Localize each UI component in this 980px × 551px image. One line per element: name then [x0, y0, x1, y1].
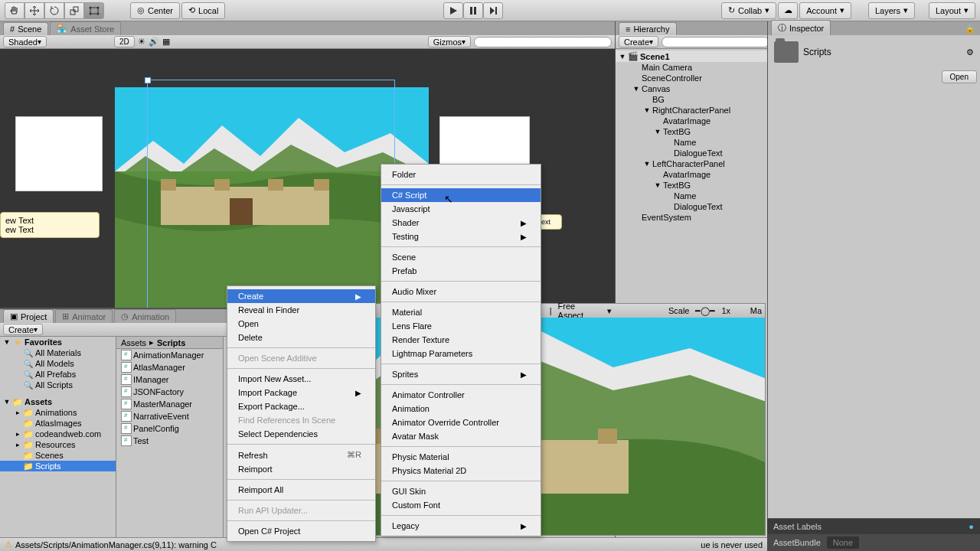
- menu-item[interactable]: Reveal in Finder: [227, 303, 375, 317]
- menu-item[interactable]: Open: [227, 317, 375, 331]
- hierarchy-item[interactable]: Main Camera: [616, 62, 767, 73]
- scene-root[interactable]: ▼🎬 Scene1: [616, 51, 767, 62]
- menu-item[interactable]: C# Script: [381, 188, 541, 202]
- hierarchy-search[interactable]: [662, 37, 769, 47]
- scene-search[interactable]: [474, 37, 612, 47]
- hierarchy-item[interactable]: ▼LeftCharacterPanel: [616, 158, 767, 169]
- menu-item[interactable]: Render Texture: [381, 333, 541, 347]
- breadcrumb-current[interactable]: Scripts: [157, 338, 185, 347]
- menu-item[interactable]: Physic Material: [381, 450, 541, 464]
- render-mode[interactable]: Shaded ▾: [3, 36, 47, 47]
- favorite-item[interactable]: 🔍All Models: [0, 358, 116, 369]
- pivot-center[interactable]: ◎ Center: [130, 2, 180, 19]
- menu-item[interactable]: Select Dependencies: [227, 427, 375, 441]
- asset-folder[interactable]: 📁Scenes: [0, 450, 116, 461]
- script-file[interactable]: AnimationManager: [116, 349, 223, 361]
- hierarchy-item[interactable]: Name: [616, 137, 767, 148]
- menu-item[interactable]: Animation: [381, 402, 541, 416]
- menu-item[interactable]: Delete: [227, 331, 375, 344]
- menu-item[interactable]: Legacy▶: [381, 519, 541, 533]
- selection-rect[interactable]: [147, 80, 395, 308]
- breadcrumb-root[interactable]: Assets: [121, 338, 146, 347]
- menu-item[interactable]: Audio Mixer: [381, 285, 541, 298]
- script-file[interactable]: IManager: [116, 373, 223, 386]
- hierarchy-item[interactable]: AvatarImage: [616, 116, 767, 126]
- light-icon[interactable]: ☀: [138, 37, 145, 47]
- menu-item[interactable]: Lens Flare: [381, 319, 541, 333]
- favorite-item[interactable]: 🔍All Scripts: [0, 380, 116, 390]
- hierarchy-item[interactable]: ▼TextBG: [616, 180, 767, 191]
- animation-tab[interactable]: ◷ Animation: [114, 309, 176, 323]
- audio-icon[interactable]: 🔊: [149, 37, 159, 47]
- scale-tool[interactable]: [64, 2, 84, 19]
- hierarchy-item[interactable]: Name: [616, 191, 767, 201]
- project-context-menu[interactable]: Create▶Reveal in FinderOpenDeleteOpen Sc…: [227, 285, 376, 542]
- hierarchy-item[interactable]: ▼TextBG: [616, 126, 767, 137]
- project-files[interactable]: Assets ▸ Scripts AnimationManager AtlasM…: [116, 337, 224, 537]
- script-file[interactable]: MasterManager: [116, 398, 223, 410]
- move-tool[interactable]: [24, 2, 44, 19]
- hierarchy-tab[interactable]: ≡ Hierarchy: [619, 22, 677, 35]
- create-submenu[interactable]: FolderC# ScriptJavascriptShader▶Testing▶…: [381, 164, 541, 536]
- menu-item[interactable]: Avatar Mask: [381, 429, 541, 443]
- menu-item[interactable]: Scene: [381, 250, 541, 264]
- menu-item[interactable]: Open C# Project: [227, 524, 375, 538]
- settings-icon[interactable]: ⚙: [966, 47, 974, 57]
- pivot-local[interactable]: ⟲ Local: [181, 2, 225, 19]
- create-dropdown[interactable]: Create ▾: [3, 324, 43, 335]
- open-button[interactable]: Open: [942, 70, 977, 83]
- menu-item[interactable]: Javascript: [381, 202, 541, 216]
- menu-item[interactable]: Animator Controller: [381, 388, 541, 402]
- hand-tool[interactable]: [5, 2, 24, 19]
- hierarchy-item[interactable]: ▼Canvas: [616, 83, 767, 94]
- collab-dropdown[interactable]: ↻ Collab ▾: [721, 2, 776, 19]
- hierarchy-create[interactable]: Create ▾: [619, 36, 658, 47]
- fx-icon[interactable]: ▦: [162, 37, 170, 47]
- scale-slider[interactable]: ━◯━: [695, 306, 715, 316]
- menu-item[interactable]: Custom Font: [381, 498, 541, 512]
- hierarchy-item[interactable]: EventSystem: [616, 212, 767, 223]
- menu-item[interactable]: Create▶: [227, 289, 375, 303]
- project-folders[interactable]: ▼★Favorites 🔍All Materials🔍All Models🔍Al…: [0, 337, 116, 537]
- hierarchy-item[interactable]: DialogueText: [616, 201, 767, 212]
- hierarchy-item[interactable]: AvatarImage: [616, 169, 767, 180]
- menu-item[interactable]: Physics Material 2D: [381, 464, 541, 478]
- asset-folder[interactable]: ▸📁Resources: [0, 439, 116, 450]
- menu-item[interactable]: Testing▶: [381, 230, 541, 243]
- mode-2d[interactable]: 2D: [114, 36, 135, 47]
- script-file[interactable]: PanelConfig: [116, 422, 223, 435]
- menu-item[interactable]: Export Package...: [227, 399, 375, 413]
- menu-item[interactable]: Folder: [381, 168, 541, 181]
- hierarchy-item[interactable]: BG: [616, 94, 767, 105]
- menu-item[interactable]: Import New Asset...: [227, 372, 375, 386]
- menu-item[interactable]: Import Package▶: [227, 386, 375, 399]
- script-file[interactable]: AtlasManager: [116, 361, 223, 373]
- menu-item[interactable]: GUI Skin: [381, 484, 541, 498]
- play-button[interactable]: [443, 2, 463, 19]
- layers-dropdown[interactable]: Layers ▾: [868, 2, 915, 19]
- hierarchy-item[interactable]: DialogueText: [616, 148, 767, 158]
- menu-item[interactable]: Lightmap Parameters: [381, 347, 541, 360]
- scene-tab[interactable]: # Scene: [3, 22, 48, 35]
- hierarchy-item[interactable]: SceneController: [616, 73, 767, 83]
- asset-folder[interactable]: ▸📁codeandweb.com: [0, 429, 116, 439]
- menu-item[interactable]: Refresh⌘R: [227, 448, 375, 462]
- menu-item[interactable]: Animator Override Controller: [381, 416, 541, 429]
- rect-tool[interactable]: [84, 2, 104, 19]
- animator-tab[interactable]: ⊞ Animator: [55, 309, 113, 323]
- account-dropdown[interactable]: Account ▾: [799, 2, 851, 19]
- menu-item[interactable]: Prefab: [381, 264, 541, 278]
- gizmos-dropdown[interactable]: Gizmos ▾: [428, 36, 471, 47]
- asset-folder[interactable]: ▸📁Animations: [0, 407, 116, 418]
- menu-item[interactable]: Reimport All: [227, 483, 375, 497]
- script-file[interactable]: Test: [116, 435, 223, 447]
- script-file[interactable]: JSONFactory: [116, 386, 223, 398]
- layout-dropdown[interactable]: Layout ▾: [929, 2, 975, 19]
- cloud-button[interactable]: ☁: [778, 2, 798, 19]
- pause-button[interactable]: [463, 2, 483, 19]
- menu-item[interactable]: Sprites▶: [381, 367, 541, 381]
- step-button[interactable]: [483, 2, 503, 19]
- project-tab[interactable]: ▣ Project: [3, 309, 54, 323]
- favorite-item[interactable]: 🔍All Materials: [0, 347, 116, 358]
- assetbundle-none[interactable]: None: [827, 536, 859, 549]
